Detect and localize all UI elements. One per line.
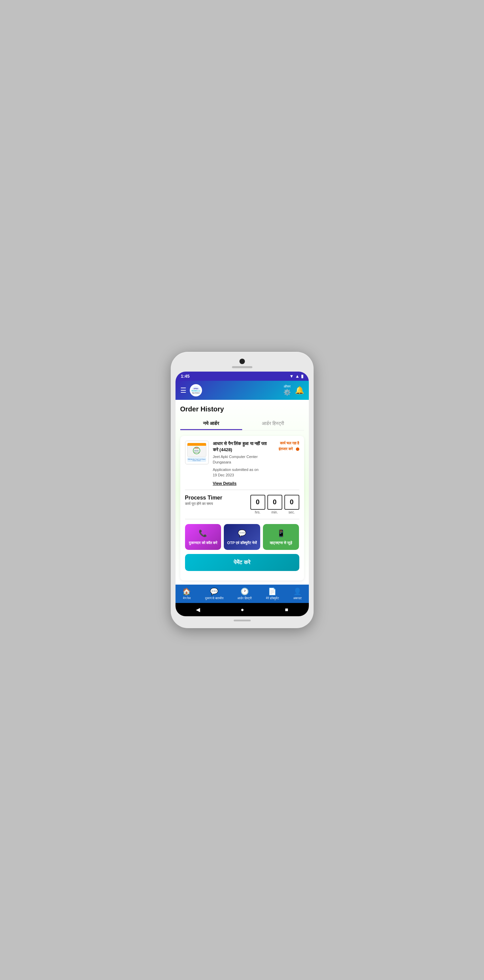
home-icon: 🏠 [182, 587, 191, 595]
offer-icon: ⚙️ [283, 388, 291, 396]
pan-card-image: PAN Aadhar Card Link PAN Aadhar Card Lin… [186, 441, 208, 463]
timer-title: Process Timer [185, 495, 222, 501]
android-home[interactable]: ● [241, 607, 244, 613]
timer-subtitle: कार्य पूरा होने का समय [185, 501, 222, 506]
order-date: Application submitted as on 19 Dec 2023 [213, 467, 268, 478]
order-title: आधार से पैन लिंक हुआ या नहीं पता करे (44… [213, 441, 268, 453]
timer-top-row: Process Timer कार्य पूरा होने का समय 0 h… [185, 495, 299, 514]
order-card-top: PAN Aadhar Card Link PAN Aadhar Card Lin… [185, 441, 299, 486]
svg-text:Card Link: Card Link [194, 452, 199, 453]
order-status-area: कार्य चल रहा है इंतजार करे [272, 441, 299, 452]
bell-icon[interactable]: 🔔 [295, 386, 304, 395]
orders-icon: 🕐 [240, 587, 249, 595]
main-content: Order History नये आर्डर आर्डर हिस्ट्री [176, 400, 309, 581]
android-back[interactable]: ◀ [196, 606, 200, 613]
whatsapp-label: व्हाट्सएप्स से जुड़े [270, 540, 292, 545]
status-text-line1: कार्य चल रहा है [280, 441, 299, 446]
order-info: आधार से पैन लिंक हुआ या नहीं पता करे (44… [213, 441, 268, 486]
svg-text:Aadhar: Aadhar [195, 450, 199, 452]
chat-icon: 💬 [210, 587, 218, 595]
payment-button[interactable]: पेमेंट करे [185, 554, 299, 571]
menu-button[interactable]: ☰ [180, 386, 186, 395]
status-time: 1:45 [181, 374, 190, 379]
minutes-box: 0 [267, 495, 282, 510]
order-shop: Jeet Apki Computer Center Dungasara [213, 454, 268, 465]
offer-label: ऑफर [284, 385, 290, 388]
account-icon: 👤 [293, 587, 302, 595]
android-recent[interactable]: ■ [285, 607, 289, 613]
status-text-line2: इंतजार करे [279, 447, 293, 452]
nav-home-label: मेन पेज [183, 597, 191, 600]
docs-icon: 📄 [268, 587, 276, 595]
svg-text:Check Online: Check Online [192, 460, 201, 461]
nav-docs-label: मेरे डॉक्यूमेंट [266, 597, 279, 600]
card-divider [185, 490, 299, 490]
battery-icon: ▮ [301, 374, 303, 379]
app-header: ☰ APNA ONLINES.com Apni Dukan [176, 381, 309, 400]
nav-home[interactable]: 🏠 मेन पेज [182, 587, 191, 600]
svg-rect-7 [187, 444, 206, 446]
phone-frame: 1:45 ▼ ▲ ▮ ☰ APNA ONLINES.com Apni Dukan [171, 352, 314, 628]
status-bar: 1:45 ▼ ▲ ▮ [176, 372, 309, 381]
status-dot [296, 447, 299, 451]
timer-minutes: 0 min. [267, 495, 282, 514]
status-icons: ▼ ▲ ▮ [289, 374, 303, 379]
phone-speaker [232, 366, 252, 368]
svg-text:ONLINES.com: ONLINES.com [191, 390, 201, 392]
timer-seconds: 0 sec. [284, 495, 299, 514]
offer-area[interactable]: ऑफर ⚙️ [283, 385, 291, 396]
timer-hours: 0 hrs. [250, 495, 265, 514]
view-details-link[interactable]: View Details [213, 481, 237, 486]
whatsapp-button[interactable]: 📱 व्हाट्सएप्स से जुड़े [263, 524, 299, 550]
header-right: ऑफर ⚙️ 🔔 [283, 385, 304, 396]
signal-icon: ▲ [295, 374, 300, 379]
call-icon: 📞 [198, 529, 207, 538]
wifi-icon: ▼ [289, 374, 294, 379]
hours-label: hrs. [255, 511, 260, 514]
nav-chat[interactable]: 💬 दुकान से बातचीत [205, 587, 224, 600]
tab-order-history[interactable]: आर्डर हिस्ट्री [242, 418, 304, 430]
payment-label: पेमेंट करे [234, 559, 250, 565]
order-thumbnail: PAN Aadhar Card Link PAN Aadhar Card Lin… [185, 441, 209, 465]
order-card: PAN Aadhar Card Link PAN Aadhar Card Lin… [180, 436, 304, 581]
otp-button[interactable]: 💬 OTP एवं डॉक्यूमेंट भेजें [224, 524, 260, 550]
svg-text:PAN: PAN [195, 447, 198, 449]
nav-account[interactable]: 👤 अकाउट [293, 587, 302, 600]
call-button[interactable]: 📞 दुकानदार को कॉल करे [185, 524, 221, 550]
hours-box: 0 [250, 495, 265, 510]
process-timer: Process Timer कार्य पूरा होने का समय 0 h… [185, 493, 299, 515]
otp-label: OTP एवं डॉक्यूमेंट भेजें [227, 540, 257, 545]
card-divider-2 [185, 519, 299, 519]
bottom-nav: 🏠 मेन पेज 💬 दुकान से बातचीत 🕐 आर्डर हिस्… [176, 585, 309, 603]
minutes-label: min. [271, 511, 278, 514]
phone-home-bar [234, 620, 251, 621]
phone-camera [240, 359, 245, 364]
header-left: ☰ APNA ONLINES.com Apni Dukan [180, 384, 205, 396]
whatsapp-icon: 📱 [277, 529, 286, 538]
timer-display: 0 hrs. 0 min. 0 sec. [250, 495, 299, 514]
nav-account-label: अकाउट [293, 597, 302, 600]
android-nav: ◀ ● ■ [176, 603, 309, 616]
phone-screen: 1:45 ▼ ▲ ▮ ☰ APNA ONLINES.com Apni Dukan [176, 372, 309, 616]
nav-docs[interactable]: 📄 मेरे डॉक्यूमेंट [266, 587, 279, 600]
page-title: Order History [180, 405, 304, 413]
seconds-label: sec. [289, 511, 295, 514]
action-buttons: 📞 दुकानदार को कॉल करे 💬 OTP एवं डॉक्यूमे… [185, 524, 299, 550]
seconds-box: 0 [284, 495, 299, 510]
timer-text-area: Process Timer कार्य पूरा होने का समय [185, 495, 222, 509]
nav-chat-label: दुकान से बातचीत [205, 597, 224, 600]
tab-new-orders[interactable]: नये आर्डर [180, 418, 242, 430]
nav-orders[interactable]: 🕐 आर्डर हिस्ट्री [237, 587, 252, 600]
logo-icon: APNA ONLINES.com Apni Dukan [190, 384, 202, 396]
svg-text:APNA: APNA [193, 388, 198, 390]
nav-orders-label: आर्डर हिस्ट्री [237, 597, 252, 600]
tabs-container: नये आर्डर आर्डर हिस्ट्री [180, 418, 304, 430]
otp-icon: 💬 [238, 529, 246, 538]
call-label: दुकानदार को कॉल करे [189, 540, 217, 545]
svg-text:Apni Dukan: Apni Dukan [192, 392, 200, 394]
